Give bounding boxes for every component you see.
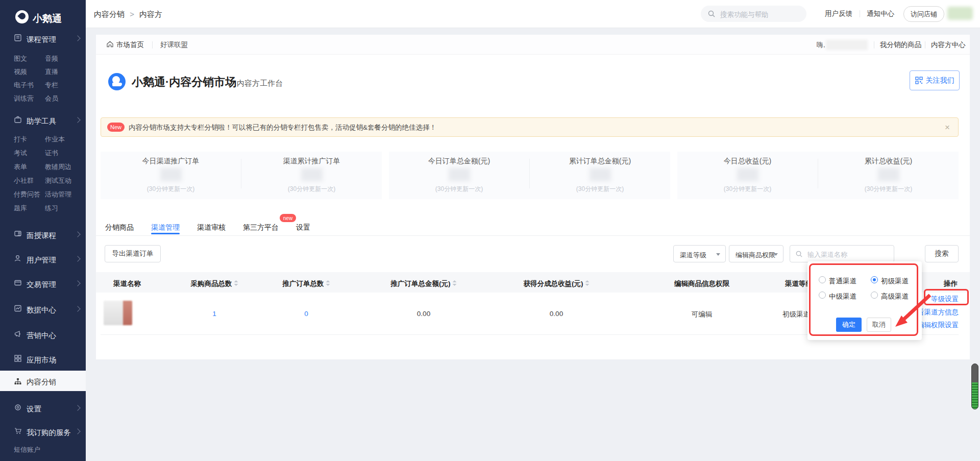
scrollbar-indicator[interactable]: [971, 363, 978, 409]
radio-label[interactable]: 普通渠道: [829, 277, 856, 286]
stat-title: 今日总收益(元): [724, 157, 771, 166]
export-orders-button[interactable]: 导出渠道订单: [105, 245, 161, 262]
sort-icon[interactable]: [326, 280, 330, 286]
sort-icon[interactable]: [585, 280, 590, 286]
radio-primary-channel[interactable]: [871, 276, 878, 283]
search-button[interactable]: 搜索: [925, 245, 959, 262]
channel-search[interactable]: [790, 245, 894, 262]
sidebar-item-settings[interactable]: 设置: [27, 404, 41, 414]
notice-center-link[interactable]: 通知中心: [867, 10, 894, 17]
sidebar-item[interactable]: 会员: [45, 94, 58, 103]
sidebar-item-marketing[interactable]: 营销中心: [27, 331, 56, 341]
sidebar-item[interactable]: 打卡: [14, 135, 27, 144]
sidebar-item[interactable]: 活动管理: [45, 190, 71, 199]
visit-shop-button[interactable]: 访问店铺: [903, 6, 944, 22]
radio-senior-channel[interactable]: [871, 292, 878, 299]
redacted-username: [826, 40, 868, 50]
col-label: 推广订单总金额(元): [391, 280, 451, 287]
global-search[interactable]: [701, 6, 806, 22]
sidebar-item-face-course[interactable]: 面授课程: [27, 231, 56, 240]
edit-permission-filter[interactable]: 编辑商品权限: [729, 245, 783, 262]
breadcrumb-section[interactable]: 内容分销: [94, 10, 125, 18]
col-share-income[interactable]: 获得分成总收益(元): [524, 279, 590, 288]
sort-icon[interactable]: [453, 280, 457, 286]
cancel-button[interactable]: 取消: [867, 318, 891, 332]
redacted-channel-name: [104, 301, 132, 325]
follow-us-button[interactable]: 关注我们: [910, 70, 960, 90]
sidebar-item[interactable]: 证书: [45, 149, 58, 158]
col-channel-name: 渠道名称: [113, 279, 141, 288]
sidebar-item-trade-mgmt[interactable]: 交易管理: [27, 280, 56, 289]
tab-settings[interactable]: 设置: [296, 223, 310, 232]
radio-normal-channel[interactable]: [819, 276, 826, 283]
confirm-button[interactable]: 确定: [836, 318, 862, 332]
channel-search-input[interactable]: [806, 246, 893, 263]
course-alliance-link[interactable]: 好课联盟: [160, 41, 188, 48]
sidebar-item-user-mgmt[interactable]: 用户管理: [27, 255, 56, 265]
sidebar-item[interactable]: 训练营: [14, 94, 34, 103]
sidebar-item-purchased-services[interactable]: 我订购的服务: [27, 428, 71, 438]
sidebar-item-data-center[interactable]: 数据中心: [27, 305, 56, 315]
radio-middle-channel[interactable]: [819, 292, 826, 299]
sidebar-item-content-distribution[interactable]: 内容分销: [0, 371, 86, 391]
redacted-stat-value: [590, 168, 611, 181]
chevron-right-icon: [75, 428, 80, 434]
channel-level-filter[interactable]: 渠道等级: [673, 245, 726, 262]
radio-label[interactable]: 初级渠道: [881, 277, 909, 286]
edit-permission-value: 可编辑: [692, 310, 713, 319]
my-distributed-goods-link[interactable]: 我分销的商品: [880, 41, 921, 48]
chevron-right-icon: [75, 35, 80, 41]
sort-icon[interactable]: [234, 280, 238, 286]
sidebar-item[interactable]: 音频: [45, 54, 58, 63]
purchased-total-link[interactable]: 1: [212, 310, 216, 318]
chevron-right-icon: [75, 405, 80, 410]
chevron-right-icon: [75, 256, 80, 261]
tab-distribution-goods[interactable]: 分销商品: [105, 223, 134, 232]
sidebar-item-app-market[interactable]: 应用市场: [27, 355, 56, 365]
sidebar-item[interactable]: 题库: [14, 204, 27, 213]
close-icon[interactable]: ×: [945, 123, 950, 133]
megaphone-icon: [14, 330, 22, 338]
col-order-total[interactable]: 推广订单总数: [283, 279, 330, 288]
chevron-right-icon: [75, 231, 80, 237]
sidebar-item[interactable]: 小社群: [14, 176, 34, 185]
tab-channel-management[interactable]: 渠道管理: [151, 223, 180, 232]
sidebar-item-sms-account[interactable]: 短信账户: [14, 445, 40, 454]
scrollbar-stripes: [972, 382, 978, 409]
card-icon: [14, 279, 22, 287]
global-search-input[interactable]: [719, 6, 803, 23]
sidebar-item[interactable]: 表单: [14, 162, 27, 172]
order-total-link[interactable]: 0: [304, 310, 308, 318]
sidebar-item[interactable]: 付费问答: [14, 190, 40, 199]
stat-card: 渠道累计推广订单 (30分钟更新一次): [241, 152, 382, 199]
brand-logo-icon: [15, 10, 29, 23]
sidebar-item[interactable]: 作业本: [45, 135, 65, 144]
radio-label[interactable]: 中级渠道: [829, 292, 856, 301]
feedback-link[interactable]: 用户反馈: [825, 10, 852, 17]
edit-permission-setting-link[interactable]: 编辑权限设置: [917, 321, 959, 330]
level-setting-link[interactable]: 等级设置: [931, 295, 959, 304]
col-purchased-total[interactable]: 采购商品总数: [191, 279, 238, 288]
sidebar-group-course[interactable]: 课程管理: [27, 35, 56, 44]
sidebar-item[interactable]: 视频: [14, 67, 27, 77]
sidebar-item[interactable]: 电子书: [14, 81, 34, 90]
col-order-amount[interactable]: 推广订单总金额(元): [391, 279, 457, 288]
new-badge: new: [280, 214, 296, 222]
redacted-stat-value: [301, 168, 323, 181]
sidebar-item[interactable]: 图文: [14, 54, 27, 63]
sidebar-item[interactable]: 练习: [45, 204, 58, 213]
sidebar-item[interactable]: 直播: [45, 67, 58, 77]
provider-center-link[interactable]: 内容方中心: [931, 41, 966, 48]
sidebar-item[interactable]: 专栏: [45, 81, 58, 90]
app-root: 小鹅通 课程管理 图文 音频 视频 直播 电子书 专栏 训练营 会员 助学工具 …: [0, 0, 980, 461]
sidebar-item[interactable]: 考试: [14, 149, 27, 158]
sidebar-item[interactable]: 教辅周边: [45, 162, 71, 172]
sidebar-item[interactable]: 测试互动: [45, 176, 71, 185]
sidebar-group-tools[interactable]: 助学工具: [27, 116, 56, 126]
tab-third-party-platform[interactable]: 第三方平台: [243, 223, 279, 232]
market-home-link[interactable]: 市场首页: [116, 41, 144, 48]
stat-note: (30分钟更新一次): [865, 185, 912, 193]
tab-channel-review[interactable]: 渠道审核: [197, 223, 226, 232]
follow-us-label: 关注我们: [926, 76, 954, 85]
radio-label[interactable]: 高级渠道: [881, 292, 909, 301]
